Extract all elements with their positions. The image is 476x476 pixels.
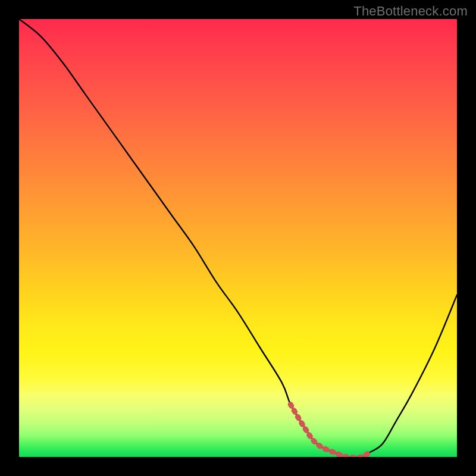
curve-svg bbox=[19, 19, 457, 457]
optimal-range-highlight bbox=[290, 405, 369, 457]
bottleneck-curve-path bbox=[19, 19, 457, 457]
watermark-text: TheBottleneck.com bbox=[353, 4, 468, 19]
chart-frame: TheBottleneck.com bbox=[0, 0, 476, 476]
gradient-plot-area bbox=[19, 19, 457, 457]
